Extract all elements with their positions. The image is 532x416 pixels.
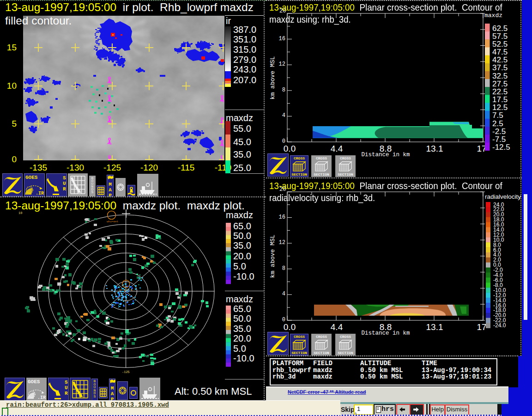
svg-text:U: U (65, 385, 68, 391)
svg-text:SECTION: SECTION (291, 351, 307, 355)
svg-text:S: S (65, 379, 68, 385)
svg-text:A: A (111, 391, 114, 397)
svg-text:S: S (94, 394, 96, 398)
svg-text:P: P (109, 193, 112, 196)
svg-text:SECTION: SECTION (314, 172, 329, 177)
svg-text:R: R (63, 186, 66, 192)
svg-text:B>-125-B: B>-125-B (119, 288, 133, 292)
svg-text:CROSS: CROSS (316, 156, 327, 160)
svg-text:who=met: who=met (107, 220, 118, 223)
svg-text:GOES: GOES (25, 175, 38, 180)
svg-text:CROSS: CROSS (294, 156, 305, 160)
svg-text:.IR: .IR (37, 395, 46, 400)
svg-text:CROSS: CROSS (340, 335, 351, 339)
svg-text:CROSS: CROSS (316, 335, 327, 339)
svg-text:GOES: GOES (28, 379, 40, 385)
svg-text:S: S (63, 175, 66, 181)
svg-text:-125: -125 (122, 370, 130, 374)
svg-text:CROSS: CROSS (340, 156, 351, 160)
svg-text:SECTION: SECTION (314, 351, 329, 355)
svg-text:S: S (91, 190, 94, 194)
svg-text:U: U (63, 181, 66, 186)
svg-text:.IR: .IR (36, 191, 44, 196)
svg-text:SECTION: SECTION (338, 351, 353, 355)
svg-text:CROSS: CROSS (294, 335, 305, 339)
svg-text:R: R (65, 391, 68, 396)
svg-text:M: M (111, 385, 114, 391)
svg-text:A: A (109, 187, 112, 193)
svg-text:SECTION: SECTION (291, 172, 307, 177)
svg-text:SECTION: SECTION (338, 172, 353, 177)
svg-text:M: M (109, 182, 112, 187)
